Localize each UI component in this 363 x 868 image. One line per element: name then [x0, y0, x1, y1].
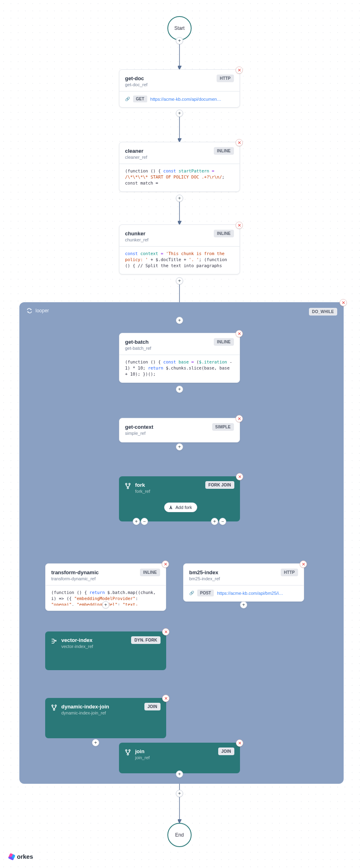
task-title: vector-index	[61, 637, 93, 643]
task-fork[interactable]: ✕ FORK JOIN fork fork_ref	[119, 476, 240, 521]
add-task-handle[interactable]	[102, 601, 109, 608]
task-type-badge: JOIN	[144, 703, 161, 710]
add-task-handle[interactable]	[176, 317, 183, 324]
task-type-badge: HTTP	[281, 569, 298, 576]
remove-branch-handle[interactable]	[141, 518, 148, 525]
http-method: POST	[197, 590, 214, 596]
task-get-batch[interactable]: ✕ get-batch get-batch_ref INLINE (functi…	[119, 333, 240, 383]
fork-branch-icon	[169, 505, 173, 510]
close-icon[interactable]: ✕	[236, 330, 243, 337]
task-type-badge: INLINE	[214, 147, 234, 155]
close-icon[interactable]: ✕	[236, 473, 243, 480]
workflow-canvas[interactable]: Start ✕ get-doc get-doc_ref HTTP 🔗 GET h…	[0, 0, 363, 868]
svg-point-10	[125, 483, 127, 484]
add-task-handle[interactable]	[176, 790, 183, 797]
task-type-badge: INLINE	[214, 230, 234, 237]
svg-point-16	[125, 750, 127, 751]
task-type-badge: INLINE	[214, 338, 234, 346]
add-fork-label: Add fork	[175, 505, 192, 510]
task-get-doc[interactable]: ✕ get-doc get-doc_ref HTTP 🔗 GET https:/…	[119, 69, 240, 108]
task-ref: get-doc_ref	[125, 82, 234, 87]
inline-code: (function () { const base = ($.iteration…	[125, 359, 234, 378]
task-get-context[interactable]: ✕ get-context simple_ref SIMPLE	[119, 418, 240, 442]
task-vector-index[interactable]: ✕ DYN. FORK vector-index vector-index_re…	[45, 631, 166, 670]
dynamic-fork-icon	[51, 638, 57, 644]
task-title: join	[135, 748, 150, 754]
add-task-handle[interactable]	[176, 37, 183, 44]
task-join[interactable]: ✕ JOIN join join_ref	[119, 743, 240, 773]
close-icon[interactable]: ✕	[162, 695, 169, 702]
close-icon[interactable]: ✕	[236, 415, 243, 422]
add-task-handle[interactable]	[176, 386, 183, 393]
close-icon[interactable]: ✕	[236, 139, 243, 146]
orkes-logo-mark	[8, 853, 16, 860]
task-bm25-index[interactable]: ✕ bm25-index bm25-index_ref HTTP 🔗 POST …	[183, 563, 304, 602]
task-title: dynamic-index-join	[61, 704, 109, 710]
http-url: https://acme-kb.com/api/bm25/i…	[217, 591, 298, 596]
add-task-handle[interactable]	[92, 739, 99, 746]
link-icon: 🔗	[125, 97, 130, 101]
task-ref: get-batch_ref	[125, 346, 234, 351]
task-cleaner[interactable]: ✕ cleaner cleaner_ref INLINE (function (…	[119, 142, 240, 192]
close-icon[interactable]: ✕	[236, 222, 243, 229]
task-ref: join_ref	[135, 755, 150, 760]
close-icon[interactable]: ✕	[300, 561, 307, 568]
task-chunker[interactable]: ✕ chunker chunker_ref INLINE const conte…	[119, 224, 240, 274]
task-ref: vector-index_ref	[61, 644, 93, 649]
start-node: Start	[167, 16, 192, 40]
close-icon[interactable]: ✕	[236, 66, 243, 74]
inline-code: const context = 'This chunk is from the …	[125, 251, 234, 269]
http-url: https://acme-kb.com/api/documen…	[150, 97, 234, 102]
task-type-badge: SIMPLE	[212, 423, 234, 431]
task-dynamic-index-join[interactable]: ✕ JOIN dynamic-index-join dynamic-index-…	[45, 698, 166, 738]
task-type-badge: HTTP	[217, 75, 234, 82]
close-icon[interactable]: ✕	[236, 739, 243, 747]
end-label: End	[175, 832, 184, 838]
add-task-handle[interactable]	[176, 770, 183, 778]
orkes-logo-text: orkes	[17, 853, 33, 860]
task-type-badge: DYN. FORK	[131, 636, 161, 644]
add-task-handle[interactable]	[176, 195, 183, 202]
end-node: End	[167, 823, 192, 847]
task-ref: chunker_ref	[125, 237, 234, 242]
add-task-handle[interactable]	[240, 601, 247, 608]
add-task-handle[interactable]	[133, 518, 140, 525]
svg-point-14	[55, 705, 56, 706]
svg-point-17	[129, 750, 130, 751]
svg-point-11	[129, 483, 130, 484]
task-ref: cleaner_ref	[125, 155, 234, 160]
start-label: Start	[174, 25, 184, 31]
fork-icon	[125, 483, 131, 489]
task-type-badge: FORK JOIN	[205, 481, 234, 489]
task-ref: simple_ref	[125, 431, 234, 436]
close-icon[interactable]: ✕	[162, 561, 169, 568]
join-icon	[125, 749, 131, 756]
add-task-handle[interactable]	[176, 277, 183, 284]
inline-code: (function () { const startPattern = /\*\…	[125, 168, 234, 187]
link-icon: 🔗	[189, 591, 194, 595]
close-icon[interactable]: ✕	[340, 299, 347, 306]
looper-header: looper	[27, 308, 49, 314]
add-task-handle[interactable]	[176, 110, 183, 117]
add-task-handle[interactable]	[211, 518, 218, 525]
task-type-badge: INLINE	[140, 569, 160, 576]
task-type-badge: JOIN	[218, 748, 234, 755]
looper-title: looper	[35, 308, 49, 314]
add-fork-button[interactable]: Add fork	[164, 503, 197, 512]
task-ref: transform-dynamic_ref	[51, 576, 160, 581]
join-icon	[51, 704, 57, 711]
close-icon[interactable]: ✕	[162, 628, 169, 635]
task-ref: fork_ref	[135, 489, 150, 494]
task-type-badge: DO_WHILE	[309, 308, 337, 316]
task-title: fork	[135, 482, 150, 488]
svg-point-13	[52, 705, 53, 706]
loop-icon	[27, 308, 32, 314]
add-task-handle[interactable]	[176, 443, 183, 451]
task-ref: bm25-index_ref	[189, 576, 298, 581]
http-method: GET	[133, 96, 147, 102]
task-ref: dynamic-index-join_ref	[61, 710, 109, 715]
remove-branch-handle[interactable]	[219, 518, 226, 525]
orkes-logo: orkes	[9, 853, 33, 860]
